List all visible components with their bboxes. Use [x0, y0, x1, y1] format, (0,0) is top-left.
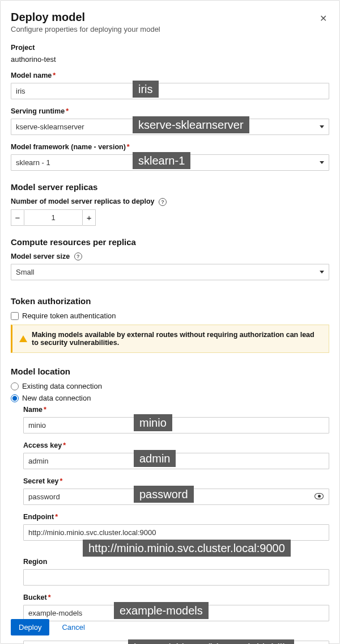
access-key-label: Access key* [23, 441, 329, 449]
increment-button[interactable]: + [83, 209, 96, 226]
existing-connection-label: Existing data connection [22, 382, 102, 390]
secret-key-input[interactable] [23, 489, 329, 505]
serving-runtime-section: Serving runtime* kserve-sklearnserver ks… [11, 107, 329, 135]
server-size-field: Model server size ? Small [11, 252, 329, 281]
endpoint-input[interactable] [23, 524, 329, 541]
project-label: Project [11, 44, 329, 52]
new-connection-label: New data connection [22, 394, 91, 402]
help-icon[interactable]: ? [159, 198, 167, 206]
require-token-checkbox[interactable] [11, 312, 19, 320]
conn-name-label: Name* [23, 406, 329, 414]
model-framework-select[interactable]: sklearn - 1 [11, 154, 329, 171]
compute-section-title: Compute resources per replica [11, 237, 329, 247]
secret-key-field: Secret key* password [23, 477, 329, 505]
modal-title: Deploy model [11, 11, 160, 24]
chevron-down-icon [320, 271, 324, 273]
secret-key-label: Secret key* [23, 477, 329, 485]
existing-connection-radio-row: Existing data connection [11, 382, 329, 390]
decrement-button[interactable]: − [11, 209, 24, 226]
path-input[interactable] [23, 641, 329, 644]
conn-name-input[interactable] [23, 417, 329, 433]
model-framework-section: Model framework (name - version)* sklear… [11, 143, 329, 171]
endpoint-label: Endpoint* [23, 513, 329, 521]
required-asterisk: * [55, 513, 58, 521]
region-label: Region [23, 558, 329, 566]
replicas-field: Number of model server replicas to deplo… [11, 197, 329, 226]
model-name-label: Model name* [11, 71, 329, 79]
project-section: Project authorino-test [11, 44, 329, 64]
required-asterisk: * [66, 107, 69, 115]
serving-runtime-select[interactable]: kserve-sklearnserver [11, 119, 329, 135]
eye-icon[interactable] [314, 493, 324, 499]
required-asterisk: * [60, 477, 63, 485]
chevron-down-icon [320, 125, 324, 128]
existing-connection-radio[interactable] [11, 382, 19, 390]
token-warning-alert: Making models available by external rout… [11, 325, 329, 353]
region-field: Region [23, 558, 329, 586]
project-value: authorino-test [11, 55, 329, 64]
help-icon[interactable]: ? [74, 252, 82, 260]
access-key-field: Access key* admin [23, 441, 329, 469]
new-connection-radio[interactable] [11, 394, 19, 402]
modal-subtitle: Configure properties for deploying your … [11, 25, 160, 33]
modal-header: Deploy model Configure properties for de… [11, 11, 329, 44]
replicas-stepper: − + [11, 209, 96, 226]
new-connection-fields: Name* minio Access key* admin Secret key… [23, 406, 329, 644]
token-section-title: Token authorization [11, 296, 329, 306]
model-name-section: Model name* iris [11, 71, 329, 99]
server-size-label: Model server size ? [11, 252, 329, 261]
conn-name-field: Name* minio [23, 406, 329, 433]
endpoint-field: Endpoint* http://minio.minio.svc.cluster… [23, 513, 329, 541]
access-key-input[interactable] [23, 453, 329, 469]
close-icon[interactable]: ✕ [317, 11, 329, 26]
required-asterisk: * [127, 143, 130, 151]
cancel-button[interactable]: Cancel [62, 623, 84, 632]
replicas-input[interactable] [24, 209, 83, 226]
deploy-model-modal: Deploy model Configure properties for de… [0, 0, 340, 644]
location-section-title: Model location [11, 367, 329, 376]
server-size-select[interactable]: Small [11, 264, 329, 280]
serving-runtime-label: Serving runtime* [11, 107, 329, 115]
new-connection-radio-row: New data connection [11, 394, 329, 402]
warning-icon [19, 335, 27, 342]
replicas-label: Number of model server replicas to deplo… [11, 197, 329, 206]
bucket-label: Bucket* [23, 594, 329, 601]
modal-footer: Deploy Cancel [11, 619, 85, 635]
require-token-checkbox-row: Require token authentication [11, 312, 329, 320]
required-asterisk: * [63, 441, 66, 449]
replicas-section-title: Model server replicas [11, 182, 329, 192]
model-name-input[interactable] [11, 83, 329, 99]
region-input[interactable] [23, 569, 329, 586]
annotation-overlay: http://minio.minio.svc.cluster.local:900… [83, 540, 291, 557]
require-token-label: Require token authentication [22, 312, 116, 320]
required-asterisk: * [44, 406, 46, 414]
required-asterisk: * [48, 594, 51, 601]
chevron-down-icon [320, 161, 324, 164]
token-warning-text: Making models available by external rout… [32, 331, 322, 347]
required-asterisk: * [53, 71, 56, 79]
bucket-field: Bucket* example-models [23, 594, 329, 621]
model-framework-label: Model framework (name - version)* [11, 143, 329, 151]
deploy-button[interactable]: Deploy [11, 619, 49, 635]
